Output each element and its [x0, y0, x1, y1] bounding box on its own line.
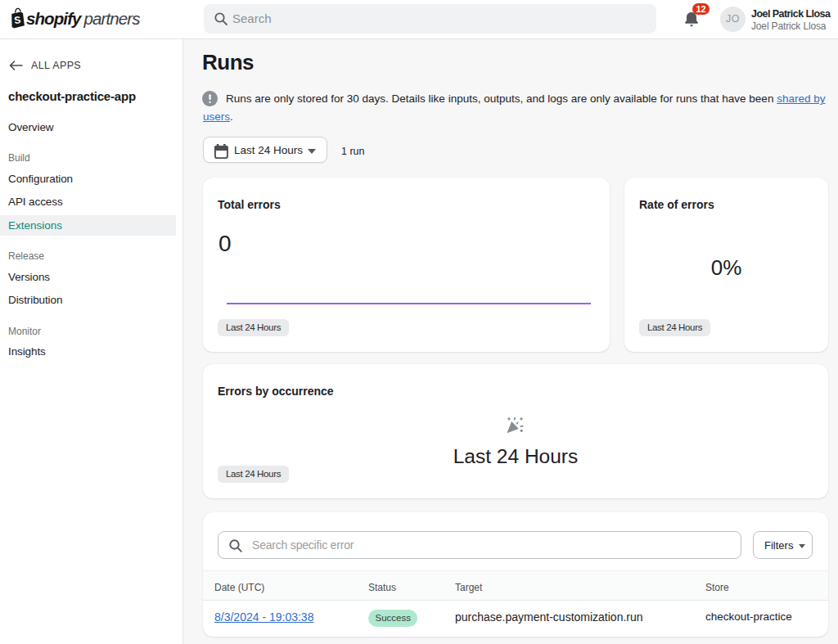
- svg-text:S: S: [14, 14, 21, 26]
